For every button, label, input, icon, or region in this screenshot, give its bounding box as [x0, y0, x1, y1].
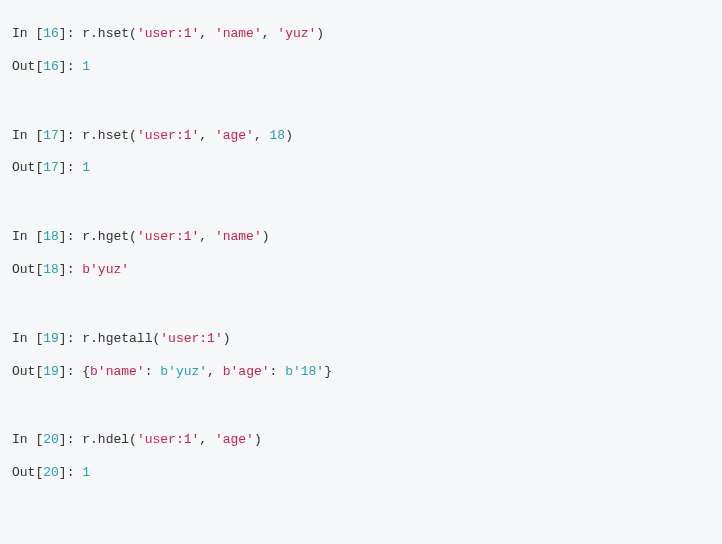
in-prompt-number: 19	[43, 331, 59, 346]
in-prompt-number: 20	[43, 432, 59, 447]
code-token: }	[324, 364, 332, 379]
code-token: r	[82, 229, 90, 244]
in-prompt-number: 18	[43, 229, 59, 244]
code-token: )	[223, 331, 231, 346]
code-token: 'user:1'	[137, 432, 199, 447]
code-token: hset(	[98, 26, 137, 41]
out-prompt-suffix: ]:	[59, 59, 82, 74]
cell-block: In [20]: r.hdel('user:1', 'age')Out[20]:…	[12, 430, 710, 484]
code-token: 'user:1'	[160, 331, 222, 346]
out-prompt-number: 20	[43, 465, 59, 480]
code-token: hgetall(	[98, 331, 160, 346]
out-prompt-number: 18	[43, 262, 59, 277]
input-line: In [17]: r.hset('user:1', 'age', 18)	[12, 126, 710, 147]
out-prompt-suffix: ]:	[59, 364, 82, 379]
code-token: ,	[199, 432, 215, 447]
code-token: :	[145, 364, 161, 379]
code-token: 'age'	[215, 128, 254, 143]
input-line: In [19]: r.hgetall('user:1')	[12, 329, 710, 350]
code-token: ,	[254, 128, 270, 143]
code-token: 'name'	[98, 364, 145, 379]
code-token: r	[82, 331, 90, 346]
code-token: b	[160, 364, 168, 379]
code-token: hdel(	[98, 432, 137, 447]
code-token: b	[82, 262, 90, 277]
code-token: 'user:1'	[137, 128, 199, 143]
code-token: r	[82, 432, 90, 447]
code-token: hset(	[98, 128, 137, 143]
out-prompt-prefix: Out[	[12, 364, 43, 379]
code-token: 'user:1'	[137, 229, 199, 244]
in-prompt-number: 16	[43, 26, 59, 41]
in-prompt-suffix: ]:	[59, 432, 82, 447]
cell-block: In [17]: r.hset('user:1', 'age', 18)Out[…	[12, 126, 710, 180]
output-line: Out[16]: 1	[12, 57, 710, 78]
code-token: 'user:1'	[137, 26, 199, 41]
out-prompt-prefix: Out[	[12, 262, 43, 277]
in-prompt-prefix: In [	[12, 331, 43, 346]
code-token: )	[316, 26, 324, 41]
in-prompt-prefix: In [	[12, 432, 43, 447]
code-token: '18'	[293, 364, 324, 379]
out-prompt-suffix: ]:	[59, 160, 82, 175]
in-prompt-suffix: ]:	[59, 128, 82, 143]
in-prompt-suffix: ]:	[59, 229, 82, 244]
code-token: {	[82, 364, 90, 379]
out-prompt-prefix: Out[	[12, 160, 43, 175]
in-prompt-number: 17	[43, 128, 59, 143]
output-line: Out[17]: 1	[12, 158, 710, 179]
code-token: 'age'	[231, 364, 270, 379]
out-prompt-number: 19	[43, 364, 59, 379]
code-token: ,	[199, 229, 215, 244]
code-token: r	[82, 26, 90, 41]
input-line: In [16]: r.hset('user:1', 'name', 'yuz')	[12, 24, 710, 45]
code-token: .	[90, 432, 98, 447]
code-token: .	[90, 229, 98, 244]
code-token: :	[270, 364, 286, 379]
code-token: .	[90, 128, 98, 143]
code-token: r	[82, 128, 90, 143]
code-token: 'yuz'	[277, 26, 316, 41]
out-prompt-suffix: ]:	[59, 465, 82, 480]
ipython-session: In [16]: r.hset('user:1', 'name', 'yuz')…	[12, 24, 710, 484]
code-token: 1	[82, 59, 90, 74]
code-token: ,	[207, 364, 223, 379]
in-prompt-prefix: In [	[12, 26, 43, 41]
code-token: 'name'	[215, 229, 262, 244]
code-token: ,	[199, 26, 215, 41]
code-token: )	[254, 432, 262, 447]
in-prompt-suffix: ]:	[59, 331, 82, 346]
in-prompt-prefix: In [	[12, 128, 43, 143]
code-token: b	[223, 364, 231, 379]
code-token: .	[90, 26, 98, 41]
code-token: 1	[82, 160, 90, 175]
in-prompt-prefix: In [	[12, 229, 43, 244]
output-line: Out[20]: 1	[12, 463, 710, 484]
code-token: )	[285, 128, 293, 143]
code-token: .	[90, 331, 98, 346]
code-token: 'name'	[215, 26, 262, 41]
out-prompt-number: 16	[43, 59, 59, 74]
cell-block: In [16]: r.hset('user:1', 'name', 'yuz')…	[12, 24, 710, 78]
code-token: ,	[199, 128, 215, 143]
out-prompt-suffix: ]:	[59, 262, 82, 277]
output-line: Out[18]: b'yuz'	[12, 260, 710, 281]
input-line: In [20]: r.hdel('user:1', 'age')	[12, 430, 710, 451]
code-token: hget(	[98, 229, 137, 244]
out-prompt-number: 17	[43, 160, 59, 175]
code-token: 'yuz'	[90, 262, 129, 277]
code-token: 1	[82, 465, 90, 480]
code-token: 'yuz'	[168, 364, 207, 379]
code-token: b	[285, 364, 293, 379]
code-token: b	[90, 364, 98, 379]
code-token: 18	[270, 128, 286, 143]
code-token: 'age'	[215, 432, 254, 447]
out-prompt-prefix: Out[	[12, 465, 43, 480]
cell-block: In [19]: r.hgetall('user:1')Out[19]: {b'…	[12, 329, 710, 383]
in-prompt-suffix: ]:	[59, 26, 82, 41]
code-token: ,	[262, 26, 278, 41]
output-line: Out[19]: {b'name': b'yuz', b'age': b'18'…	[12, 362, 710, 383]
code-token: )	[262, 229, 270, 244]
cell-block: In [18]: r.hget('user:1', 'name')Out[18]…	[12, 227, 710, 281]
out-prompt-prefix: Out[	[12, 59, 43, 74]
